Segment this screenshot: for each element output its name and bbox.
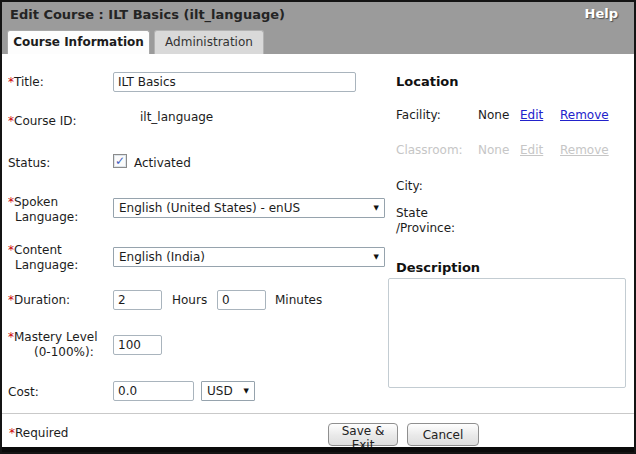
page-title: Edit Course : ILT Basics (ilt_language): [10, 7, 285, 22]
description-heading: Description: [396, 260, 480, 275]
footer-divider: [2, 413, 634, 414]
title-input[interactable]: [113, 72, 356, 92]
duration-label: *Duration:: [8, 293, 70, 308]
spoken-language-select[interactable]: English (United States) - enUS ▼: [113, 198, 385, 218]
classroom-value: None: [478, 143, 509, 158]
classroom-row: Classroom: None Edit Remove: [396, 143, 626, 159]
minutes-label: Minutes: [275, 293, 322, 308]
help-link[interactable]: Help: [585, 6, 618, 21]
title-label: *Title:: [8, 75, 44, 90]
mastery-level-input[interactable]: [113, 335, 162, 355]
mastery-level-label: *Mastery Level (0-100%):: [8, 330, 98, 360]
course-id-label: *Course ID:: [8, 114, 77, 129]
content-language-value: English (India): [119, 250, 205, 264]
content-language-label: *Content Language:: [8, 243, 78, 273]
course-id-value: ilt_language: [140, 110, 213, 125]
cost-label: Cost:: [8, 385, 39, 400]
tab-bar: Course Information Administration: [2, 28, 634, 54]
facility-remove-link[interactable]: Remove: [560, 108, 609, 122]
location-heading: Location: [396, 74, 459, 89]
classroom-remove-link: Remove: [560, 143, 609, 157]
chevron-down-icon: ▼: [374, 254, 379, 261]
tab-administration[interactable]: Administration: [154, 30, 264, 54]
facility-edit-link[interactable]: Edit: [520, 108, 543, 122]
titlebar: Edit Course : ILT Basics (ilt_language) …: [2, 2, 634, 28]
spoken-language-label: *Spoken Language:: [8, 195, 78, 225]
hours-label: Hours: [172, 293, 207, 308]
save-exit-button[interactable]: Save & Exit: [328, 423, 398, 446]
classroom-edit-link: Edit: [520, 143, 543, 157]
window-bottom-border: [2, 447, 634, 452]
activated-checkbox[interactable]: ✓: [113, 154, 127, 168]
tab-course-information[interactable]: Course Information: [7, 30, 150, 54]
state-province-label: State /Province:: [396, 206, 455, 236]
cost-input[interactable]: [113, 381, 194, 401]
classroom-label: Classroom:: [396, 143, 463, 158]
status-label: Status:: [8, 156, 50, 171]
edit-course-window: Edit Course : ILT Basics (ilt_language) …: [0, 0, 636, 454]
duration-hours-input[interactable]: [113, 290, 162, 310]
content-language-select[interactable]: English (India) ▼: [113, 247, 385, 267]
facility-label: Facility:: [396, 108, 441, 123]
required-note: *Required: [9, 426, 68, 440]
city-label: City:: [396, 179, 423, 194]
checkmark-icon: ✓: [114, 155, 126, 168]
currency-select[interactable]: USD ▼: [201, 381, 255, 401]
activated-checkbox-label: Activated: [134, 156, 191, 171]
chevron-down-icon: ▼: [244, 388, 249, 395]
duration-minutes-input[interactable]: [217, 290, 266, 310]
spoken-language-value: English (United States) - enUS: [119, 201, 300, 215]
description-textarea[interactable]: [388, 278, 626, 388]
chevron-down-icon: ▼: [374, 205, 379, 212]
facility-row: Facility: None Edit Remove: [396, 108, 626, 124]
course-information-panel: *Title: *Course ID: ilt_language Status:…: [2, 54, 634, 413]
facility-value: None: [478, 108, 509, 123]
currency-value: USD: [207, 384, 233, 398]
cancel-button[interactable]: Cancel: [407, 423, 479, 446]
